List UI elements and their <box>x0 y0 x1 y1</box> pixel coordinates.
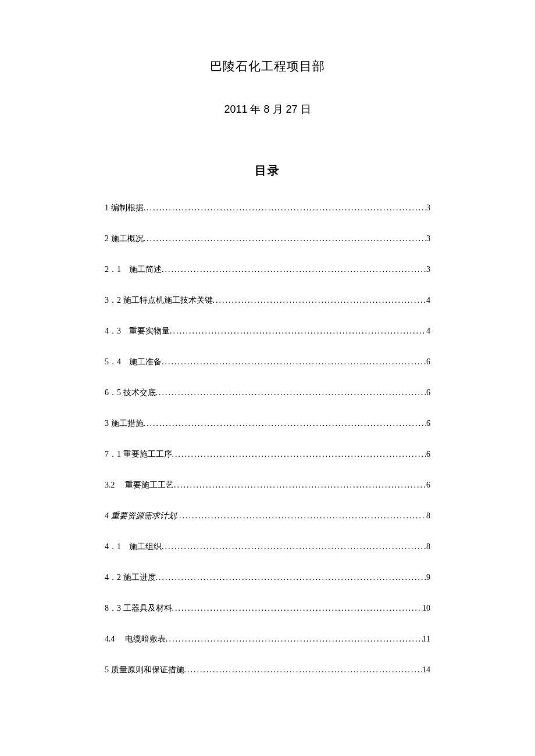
toc-list: 1 编制根据32 施工概况32．1 施工简述 33．2 施工特点机施工技术关键4… <box>105 202 430 676</box>
toc-item: 8．3 工器具及材料10 <box>105 602 430 614</box>
toc-item-page: 6 <box>426 386 430 399</box>
toc-item-label: 6．5 技术交底 <box>105 386 156 399</box>
toc-item: 7．1 重要施工工序6 <box>105 448 430 460</box>
toc-dots <box>144 417 427 429</box>
toc-item-page: 3 <box>426 263 430 275</box>
toc-item: 5．4 施工准备 6 <box>105 356 430 368</box>
toc-item-label: 2．1 施工简述 <box>105 263 162 275</box>
toc-item-label: 4 重要资源需求计划 <box>105 510 176 522</box>
toc-dots <box>174 479 426 491</box>
toc-dots <box>176 510 427 522</box>
toc-dots <box>156 386 427 399</box>
toc-item-page: 6 <box>426 448 430 460</box>
toc-item: 5 质量原则和保证措施14 <box>105 664 430 676</box>
toc-dots <box>213 294 427 306</box>
toc-item-page: 11 <box>423 633 430 645</box>
toc-item-label: 3．2 施工特点机施工技术关键 <box>105 294 213 306</box>
toc-item-page: 4 <box>426 325 430 337</box>
toc-item: 3．2 施工特点机施工技术关键4 <box>105 294 430 306</box>
toc-item-page: 4 <box>426 294 430 306</box>
toc-item: 1 编制根据3 <box>105 202 430 214</box>
toc-item: 2 施工概况3 <box>105 232 430 245</box>
toc-dots <box>172 602 423 614</box>
toc-item-page: 10 <box>422 602 430 614</box>
toc-item: 2．1 施工简述 3 <box>105 263 430 275</box>
toc-dots <box>170 325 426 337</box>
toc-item-label: 4．3 重要实物量 <box>105 325 170 337</box>
toc-item-page: 8 <box>426 510 430 522</box>
toc-item-label: 3 施工措施 <box>105 417 144 429</box>
toc-item-label: 7．1 重要施工工序 <box>105 448 172 460</box>
toc-item: 3.2 重要施工工艺 6 <box>105 479 430 491</box>
toc-item: 6．5 技术交底6 <box>105 386 430 399</box>
toc-dots <box>184 664 423 676</box>
toc-item-label: 5 质量原则和保证措施 <box>105 664 184 676</box>
document-date: 2011 年 8 月 27 日 <box>105 102 430 116</box>
toc-dots <box>144 202 427 214</box>
toc-dots <box>156 571 427 583</box>
document-department: 巴陵石化工程项目部 <box>105 58 430 74</box>
toc-item-label: 1 编制根据 <box>105 202 144 214</box>
toc-item-page: 6 <box>426 417 430 429</box>
toc-item-page: 6 <box>426 479 430 491</box>
toc-item-page: 9 <box>426 571 430 583</box>
toc-item-label: 5．4 施工准备 <box>105 356 162 368</box>
toc-dots <box>166 633 423 645</box>
toc-item: 4 重要资源需求计划8 <box>105 510 430 522</box>
toc-item: 4．1 施工组织 8 <box>105 540 430 553</box>
toc-item-page: 6 <box>426 356 430 368</box>
toc-item-label: 4．2 施工进度 <box>105 571 156 583</box>
toc-item-label: 4.4 电缆暗敷表 <box>105 633 166 645</box>
toc-item-page: 3 <box>426 232 430 245</box>
toc-item: 4．2 施工进度9 <box>105 571 430 583</box>
toc-item-page: 8 <box>426 540 430 553</box>
toc-dots <box>162 263 426 275</box>
toc-item-page: 3 <box>426 202 430 214</box>
toc-item: 4.4 电缆暗敷表 11 <box>105 633 430 645</box>
toc-item: 3 施工措施6 <box>105 417 430 429</box>
toc-item-label: 4．1 施工组织 <box>105 540 162 553</box>
toc-item-label: 2 施工概况 <box>105 232 144 245</box>
toc-item-label: 8．3 工器具及材料 <box>105 602 172 614</box>
toc-dots <box>144 232 427 245</box>
toc-title: 目录 <box>105 163 430 178</box>
toc-dots <box>172 448 427 460</box>
toc-dots <box>162 356 426 368</box>
toc-item-page: 14 <box>422 664 430 676</box>
toc-item: 4．3 重要实物量 4 <box>105 325 430 337</box>
toc-item-label: 3.2 重要施工工艺 <box>105 479 174 491</box>
toc-dots <box>162 540 426 553</box>
